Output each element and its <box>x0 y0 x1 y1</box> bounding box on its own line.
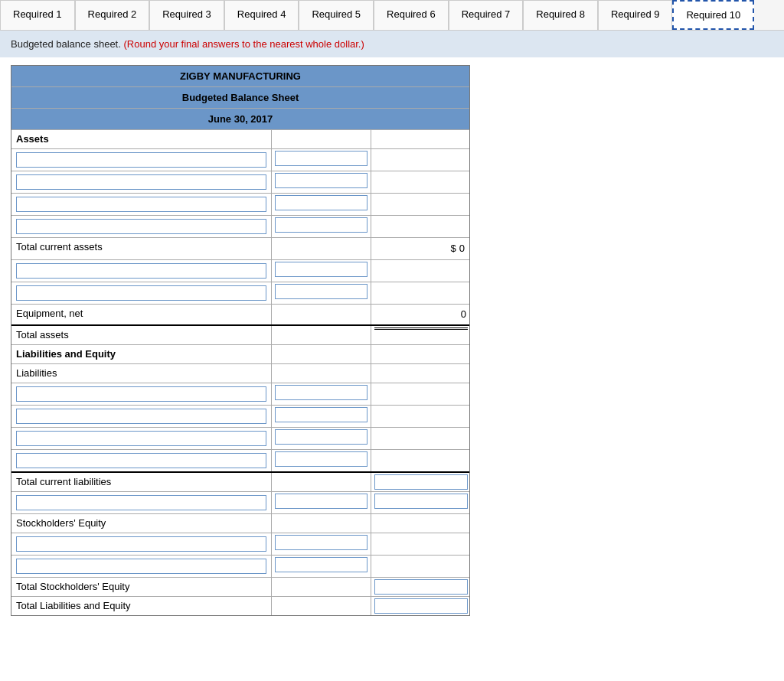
total-stockholders-equity-row: Total Stockholders' Equity <box>11 577 469 596</box>
liability-label-2 <box>11 406 272 427</box>
liability-mid-value-1[interactable] <box>275 385 368 400</box>
liability-mid-value-2[interactable] <box>275 407 368 422</box>
tab-required-3[interactable]: Required 3 <box>149 0 224 30</box>
stockholders-equity-mid <box>272 514 371 533</box>
liabilities-label-row: Liabilities <box>11 363 469 383</box>
long-term-liability-row <box>11 491 469 513</box>
liability-mid-value-3[interactable] <box>275 429 368 445</box>
total-current-liabilities-right <box>371 473 471 491</box>
equity-mid-2 <box>272 556 371 577</box>
equity-mid-value-1[interactable] <box>275 535 368 550</box>
liability-right-4 <box>371 450 471 471</box>
equity-mid-value-2[interactable] <box>275 557 368 572</box>
equity-label-1 <box>11 533 272 555</box>
assets-label: Assets <box>11 130 272 148</box>
total-stockholders-equity-value[interactable] <box>374 579 468 595</box>
asset-mid-value-4[interactable] <box>275 217 368 233</box>
equity-mid-1 <box>272 533 371 555</box>
asset-right-4 <box>371 216 471 237</box>
asset-mid-1 <box>272 149 371 171</box>
asset-right-3 <box>371 194 471 215</box>
asset-name-input-1[interactable] <box>16 152 266 168</box>
liabilities-equity-label: Liabilities and Equity <box>11 345 272 363</box>
long-term-liability-mid <box>272 492 371 513</box>
asset-label-3 <box>11 194 272 215</box>
equipment-mid-1 <box>272 260 371 282</box>
equity-row-2 <box>11 555 469 577</box>
asset-label-2 <box>11 171 272 193</box>
total-assets-mid <box>272 326 371 344</box>
long-term-liability-name-input[interactable] <box>16 495 266 510</box>
equipment-name-input-2[interactable] <box>16 285 266 301</box>
asset-name-input-2[interactable] <box>16 174 266 190</box>
liability-right-2 <box>371 406 471 427</box>
equipment-label-2 <box>11 282 272 304</box>
liabilities-label: Liabilities <box>11 364 272 383</box>
long-term-liability-mid-value[interactable] <box>275 494 368 509</box>
liability-name-input-1[interactable] <box>16 386 266 402</box>
stockholders-equity-header: Stockholders' Equity <box>11 513 469 533</box>
tab-required-4[interactable]: Required 4 <box>224 0 299 30</box>
equity-label-2 <box>11 556 272 577</box>
assets-mid-header <box>272 130 371 148</box>
tab-required-1[interactable]: Required 1 <box>0 0 75 30</box>
tab-required-6[interactable]: Required 6 <box>374 0 449 30</box>
tab-required-5[interactable]: Required 5 <box>299 0 374 30</box>
liability-mid-3 <box>272 428 371 449</box>
liability-mid-1 <box>272 383 371 405</box>
asset-row-1 <box>11 148 469 171</box>
assets-right-header <box>371 130 471 148</box>
equipment-row-1 <box>11 259 469 282</box>
total-current-liabilities-label: Total current liabilities <box>11 473 272 491</box>
tabs-container: Required 1 Required 2 Required 3 Require… <box>0 0 784 31</box>
asset-name-input-4[interactable] <box>16 219 266 234</box>
tab-required-8[interactable]: Required 8 <box>523 0 598 30</box>
long-term-liability-right-value[interactable] <box>374 494 468 509</box>
asset-row-4 <box>11 215 469 237</box>
asset-mid-value-1[interactable] <box>275 151 368 166</box>
total-current-assets-label: Total current assets <box>11 238 272 259</box>
tab-required-7[interactable]: Required 7 <box>449 0 524 30</box>
liability-mid-4 <box>272 450 371 471</box>
total-current-liabilities-mid <box>272 473 371 491</box>
liability-label-4 <box>11 450 272 471</box>
asset-mid-value-2[interactable] <box>275 173 368 188</box>
tab-required-10[interactable]: Required 10 <box>672 0 754 30</box>
total-assets-row: Total assets <box>11 324 469 344</box>
asset-right-2 <box>371 171 471 193</box>
tab-required-2[interactable]: Required 2 <box>75 0 150 30</box>
main-content: ZIGBY MANUFACTURING Budgeted Balance She… <box>0 57 784 624</box>
equipment-right-2 <box>371 282 471 304</box>
total-current-assets-right: $ 0 <box>371 238 471 259</box>
total-liabilities-equity-value[interactable] <box>374 598 468 614</box>
equity-name-input-2[interactable] <box>16 559 266 574</box>
liabilities-equity-right <box>371 345 471 363</box>
liability-label-1 <box>11 383 272 405</box>
equipment-name-input-1[interactable] <box>16 263 266 279</box>
equipment-mid-value-1[interactable] <box>275 262 368 277</box>
equipment-mid-2 <box>272 282 371 304</box>
equipment-row-2 <box>11 282 469 304</box>
asset-name-input-3[interactable] <box>16 197 266 212</box>
total-current-assets-mid <box>272 238 371 259</box>
asset-mid-value-3[interactable] <box>275 195 368 210</box>
equipment-net-mid <box>272 305 371 324</box>
total-liabilities-equity-mid <box>272 597 371 615</box>
long-term-liability-label <box>11 492 272 513</box>
dollar-sign: $ <box>451 241 456 256</box>
liability-mid-value-4[interactable] <box>275 451 368 467</box>
total-assets-label: Total assets <box>11 326 272 344</box>
liability-name-input-4[interactable] <box>16 453 266 468</box>
total-stockholders-equity-right <box>371 578 471 596</box>
equipment-mid-value-2[interactable] <box>275 284 368 299</box>
liability-right-3 <box>371 428 471 449</box>
liability-name-input-2[interactable] <box>16 409 266 424</box>
equity-name-input-1[interactable] <box>16 536 266 552</box>
tab-required-9[interactable]: Required 9 <box>598 0 673 30</box>
asset-row-2 <box>11 171 469 193</box>
liability-name-input-3[interactable] <box>16 431 266 446</box>
total-current-liabilities-value[interactable] <box>374 474 468 490</box>
liability-mid-2 <box>272 406 371 427</box>
instruction-highlight: (Round your final answers to the nearest… <box>123 38 364 50</box>
equity-right-2 <box>371 556 471 577</box>
